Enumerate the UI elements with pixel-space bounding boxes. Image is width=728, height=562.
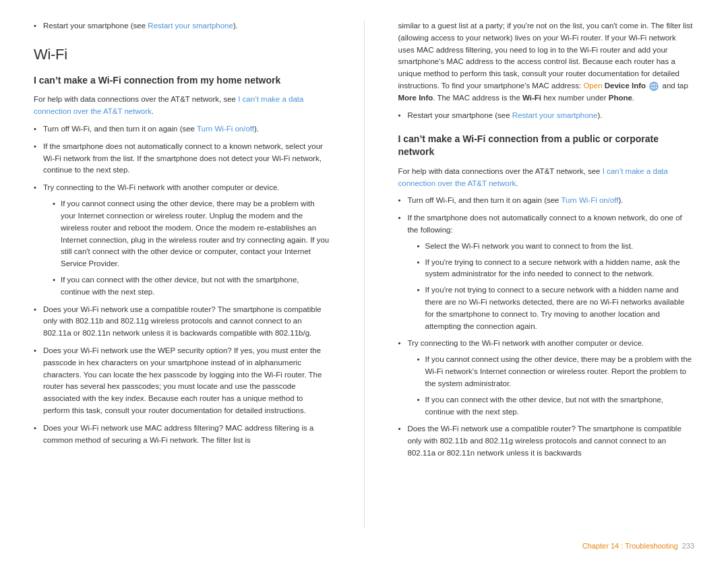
sub-bullet-select-network: Select the Wi-Fi network you want to con… [417,241,695,253]
device-info-bold: Device Info [605,82,646,90]
sub-bullets-public-connecting: If you cannot connect using the other de… [417,354,695,418]
column-divider [364,20,365,528]
open-link[interactable]: Open [583,82,602,90]
globe-icon-container [648,82,660,90]
wifi-toggle-link2[interactable]: Turn Wi-Fi on/off [562,196,619,204]
right-column: similar to a guest list at a party; if y… [392,20,695,528]
footer-page: 233 [682,542,694,550]
bullet2-auto-connect: If the smartphone does not automatically… [398,212,695,332]
sub-bullets-connecting: If you cannot connect using the other de… [53,198,330,299]
sub-bullet-report-admin: If you cannot connect using the other de… [417,354,695,389]
sub-bullet-no-network: If you're not trying to connect to a sec… [417,284,695,332]
page: Restart your smartphone (see Restart you… [0,0,728,562]
restart-link-right[interactable]: Restart your smartphone [512,111,598,119]
content-area: Restart your smartphone (see Restart you… [0,0,728,562]
sub-bullets-public: Select the Wi-Fi network you want to con… [417,241,695,333]
att-link-left[interactable]: I can’t make a data connection over the … [34,95,303,115]
left-column: Restart your smartphone (see Restart you… [34,20,337,528]
intro-paragraph-left: For help with data connections over the … [34,94,330,118]
continuation-text: similar to a guest list at a party; if y… [398,20,695,104]
wifi-bold: Wi-Fi [522,94,541,102]
bullet-try-connecting: Try connecting to the Wi-Fi network with… [34,182,330,298]
bullet-auto-connect: If the smartphone does not automatically… [34,141,330,177]
top-bullet-left: Restart your smartphone (see Restart you… [34,20,330,32]
sub-bullet-secure-hidden: If you're trying to connect to a secure … [417,257,695,281]
restart-link-left[interactable]: Restart your smartphone [148,22,233,30]
wifi-section-title: Wi-Fi [34,46,330,63]
att-link-right[interactable]: I can’t make a data connection over the … [398,167,668,187]
sub-bullet-other-device2: If you can connect with the other device… [417,394,695,418]
bullet2-compatible-router: Does the Wi-Fi network use a compatible … [398,423,695,459]
intro-paragraph-right: For help with data connections over the … [398,166,695,190]
bullet2-try-connecting: Try connecting to the Wi-Fi network with… [398,338,695,418]
subsection2-title: I can’t make a Wi-Fi connection from a p… [398,133,695,159]
restart-bullet-right: Restart your smartphone (see Restart you… [398,110,695,122]
sub-bullet-other-device: If you can connect with the other device… [53,274,330,299]
footer: Chapter 14 : Troubleshooting 233 [582,542,694,550]
more-info-bold: More Info [398,94,433,102]
bullet-mac-filtering: Does your Wi-Fi network use MAC address … [34,423,330,447]
bullet-wep-security: Does your Wi-Fi network use the WEP secu… [34,345,330,417]
bullet-compatible-router: Does your Wi-Fi network use a compatible… [34,304,330,340]
restart-bullet-right-list: Restart your smartphone (see Restart you… [398,110,695,122]
wifi-toggle-link[interactable]: Turn Wi-Fi on/off [197,125,254,133]
home-network-bullets: Turn off Wi-Fi, and then turn it on agai… [34,123,330,447]
bullet-wifi-toggle: Turn off Wi-Fi, and then turn it on agai… [34,123,330,135]
restart-bullet-left: Restart your smartphone (see Restart you… [34,20,330,32]
globe-icon [649,82,659,91]
phone-bold: Phone [609,94,632,102]
subsection1-title: I can’t make a Wi-Fi connection from my … [34,74,330,88]
bullet2-wifi-toggle: Turn off Wi-Fi, and then turn it on agai… [398,195,695,207]
sub-bullet-modem: If you cannot connect using the other de… [53,198,330,270]
footer-chapter: Chapter 14 : Troubleshooting [582,542,678,550]
public-network-bullets: Turn off Wi-Fi, and then turn it on agai… [398,195,695,459]
